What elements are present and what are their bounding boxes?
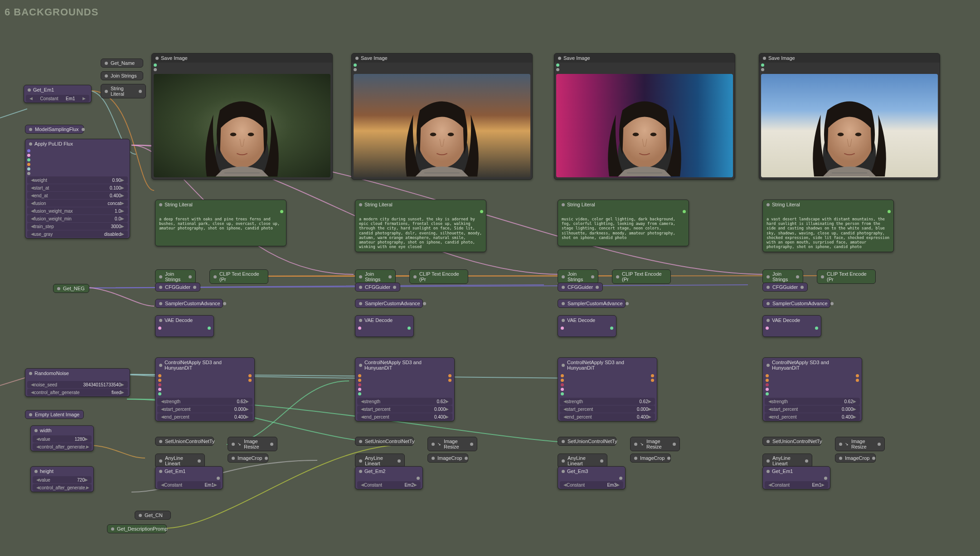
get-em-node[interactable]: Get_Em1 ◀ConstantEm1▶ [155, 466, 223, 489]
join-strings-node[interactable]: Join Strings [101, 71, 143, 80]
get-em1-node[interactable]: Get_Em1 ◀ Constant Em1 ▶ [24, 85, 92, 103]
prompt-text[interactable]: music video, color gel lighting, dark ba… [558, 214, 689, 246]
clip-text-encode-node[interactable]: CLIP Text Encode (Pr [817, 269, 876, 284]
controlnet-apply-node[interactable]: ControlNetApply SD3 and HunyuanDiT ◀stre… [155, 357, 255, 421]
arrow-left-icon[interactable]: ◀ [29, 96, 33, 101]
image-crop-node[interactable]: ImageCrop [427, 454, 468, 463]
port-icon [265, 457, 268, 460]
set-union-controlnet-node[interactable]: SetUnionControlNetTy [355, 437, 414, 446]
cfg-guider-node[interactable]: CFGGuider [355, 283, 400, 292]
apply-pulid-flux-node[interactable]: Apply PuLID Flux ◀weight0.90▶◀start_at0.… [25, 139, 130, 239]
image-resize-node[interactable]: ↘Image Resize [228, 437, 277, 451]
cfg-guider-node[interactable]: CFGGuider [762, 283, 808, 292]
vae-decode-node[interactable]: VAE Decode [355, 315, 414, 337]
prompt-text[interactable]: a vast desert landscape with distant mou… [763, 214, 893, 252]
param-value[interactable]: ◀value1280▶ [33, 435, 92, 443]
param-start_percent[interactable]: ◀start_percent0.000▶ [560, 405, 655, 413]
vae-decode-node[interactable]: VAE Decode [762, 315, 821, 337]
param-end_percent[interactable]: ◀end_percent0.400▶ [765, 413, 860, 420]
set-union-controlnet-node[interactable]: SetUnionControlNetTy [558, 437, 616, 446]
param-value[interactable]: ◀value720▶ [33, 476, 92, 483]
constant-widget[interactable]: ◀ConstantEm1▶ [157, 481, 221, 488]
param-strength[interactable]: ◀strength0.62▶ [357, 398, 452, 405]
save-image-node[interactable]: Save Image [351, 53, 533, 180]
node-graph-canvas[interactable]: 6 BACKGROUNDS Get_Name Join Strings Stri… [0, 0, 980, 556]
sampler-custom-advance-node[interactable]: SamplerCustomAdvance [355, 299, 423, 308]
sampler-custom-advance-node[interactable]: SamplerCustomAdvance [155, 299, 223, 308]
prompt-text[interactable]: a modern city during sunset, the sky is … [355, 214, 486, 252]
get-em-node[interactable]: Get_Em3 ◀ConstantEm3▶ [558, 466, 626, 489]
string-literal-mini-node[interactable]: String Literal [101, 84, 146, 98]
get-cn-node[interactable]: Get_CN [135, 511, 171, 520]
param-fusion_weight_min[interactable]: ◀fusion_weight_min0.0▶ [27, 215, 128, 222]
sampler-custom-advance-node[interactable]: SamplerCustomAdvance [762, 299, 830, 308]
constant-widget[interactable]: ◀ConstantEm1▶ [765, 481, 828, 488]
param-train_step[interactable]: ◀train_step3000▶ [27, 223, 128, 230]
get-name-node[interactable]: Get_Name [101, 59, 143, 68]
cfg-guider-node[interactable]: CFGGuider [558, 283, 603, 292]
param-start_percent[interactable]: ◀start_percent0.000▶ [157, 405, 252, 413]
param-fusion_weight_max[interactable]: ◀fusion_weight_max1.0▶ [27, 207, 128, 215]
get-em-node[interactable]: Get_Em2 ◀ConstantEm2▶ [355, 466, 423, 489]
vae-decode-node[interactable]: VAE Decode [558, 315, 616, 337]
constant-widget[interactable]: ◀ConstantEm2▶ [357, 481, 421, 488]
param-end_percent[interactable]: ◀end_percent0.400▶ [357, 413, 452, 420]
save-image-node[interactable]: Save Image [151, 53, 333, 180]
get-neg-node[interactable]: Get_NEG [53, 284, 89, 293]
join-strings-node[interactable]: Join Strings [762, 269, 803, 284]
param-start_at[interactable]: ◀start_at0.100▶ [27, 184, 128, 191]
param-control_after_generate.[interactable]: ◀control_after_generate.▶ [33, 443, 92, 450]
save-image-node[interactable]: Save Image [759, 53, 940, 180]
param-control_after_generate.[interactable]: ◀control_after_generate.▶ [33, 484, 92, 491]
image-resize-node[interactable]: ↘Image Resize [835, 437, 885, 451]
clip-text-encode-node[interactable]: CLIP Text Encode (Pr [409, 269, 468, 284]
param-start_percent[interactable]: ◀start_percent0.000▶ [765, 405, 860, 413]
controlnet-apply-node[interactable]: ControlNetApply SD3 and HunyuanDiT ◀stre… [558, 357, 657, 421]
cfg-guider-node[interactable]: CFGGuider [155, 283, 200, 292]
string-literal-node[interactable]: String Literal a modern city during suns… [355, 200, 486, 252]
param-start_percent[interactable]: ◀start_percent0.000▶ [357, 405, 452, 413]
height-node[interactable]: height ◀value720▶◀control_after_generate… [30, 466, 94, 492]
param-use_gray[interactable]: ◀use_graydisabled▶ [27, 230, 128, 238]
param-end_at[interactable]: ◀end_at0.400▶ [27, 192, 128, 199]
model-sampling-flux-node[interactable]: ModelSamplingFlux [25, 125, 84, 134]
sampler-custom-advance-node[interactable]: SamplerCustomAdvance [558, 299, 626, 308]
param-strength[interactable]: ◀strength0.62▶ [765, 398, 860, 405]
clip-text-encode-node[interactable]: CLIP Text Encode (Pr [612, 269, 671, 284]
image-resize-node[interactable]: ↘Image Resize [630, 437, 680, 451]
prompt-text[interactable]: a deep forest with oaks and pine trees f… [155, 214, 286, 246]
port-icon [105, 62, 108, 65]
param-noise_seed[interactable]: ◀noise_seed384340151733540▶ [27, 381, 128, 388]
width-node[interactable]: width ◀value1280▶◀control_after_generate… [30, 425, 94, 451]
set-union-controlnet-node[interactable]: SetUnionControlNetTy [155, 437, 214, 446]
param-end_percent[interactable]: ◀end_percent0.400▶ [560, 413, 655, 420]
param-control_after_generate[interactable]: ◀control_after_generatefixed▶ [27, 389, 128, 396]
string-literal-node[interactable]: String Literal music video, color gel li… [558, 200, 689, 246]
string-literal-node[interactable]: String Literal a deep forest with oaks a… [155, 200, 286, 246]
empty-latent-image-node[interactable]: Empty Latent Image [25, 410, 84, 419]
image-crop-node[interactable]: ImageCrop [630, 454, 671, 463]
join-strings-node[interactable]: Join Strings [155, 269, 196, 284]
vae-decode-node[interactable]: VAE Decode [155, 315, 214, 337]
get-description-promp-node[interactable]: Get_DescriptionPromp [107, 524, 167, 533]
param-weight[interactable]: ◀weight0.90▶ [27, 176, 128, 184]
join-strings-node[interactable]: Join Strings [558, 269, 598, 284]
save-image-node[interactable]: Save Image [554, 53, 735, 180]
controlnet-apply-node[interactable]: ControlNetApply SD3 and HunyuanDiT ◀stre… [762, 357, 862, 421]
image-crop-node[interactable]: ImageCrop [835, 454, 876, 463]
param-strength[interactable]: ◀strength0.62▶ [560, 398, 655, 405]
controlnet-apply-node[interactable]: ControlNetApply SD3 and HunyuanDiT ◀stre… [355, 357, 455, 421]
arrow-right-icon[interactable]: ▶ [82, 96, 86, 101]
string-literal-node[interactable]: String Literal a vast desert landscape w… [762, 200, 894, 252]
join-strings-node[interactable]: Join Strings [355, 269, 396, 284]
param-end_percent[interactable]: ◀end_percent0.400▶ [157, 413, 252, 420]
random-noise-node[interactable]: RandomoNoise ◀noise_seed384340151733540▶… [25, 368, 130, 397]
image-crop-node[interactable]: ImageCrop [228, 454, 268, 463]
param-fusion[interactable]: ◀fusionconcat▶ [27, 200, 128, 207]
clip-text-encode-node[interactable]: CLIP Text Encode (Pr [209, 269, 268, 284]
image-resize-node[interactable]: ↘Image Resize [427, 437, 477, 451]
param-strength[interactable]: ◀strength0.62▶ [157, 398, 252, 405]
get-em-node[interactable]: Get_Em1 ◀ConstantEm1▶ [762, 466, 830, 489]
constant-widget[interactable]: ◀ConstantEm3▶ [560, 481, 623, 488]
set-union-controlnet-node[interactable]: SetUnionControlNetTy [762, 437, 821, 446]
